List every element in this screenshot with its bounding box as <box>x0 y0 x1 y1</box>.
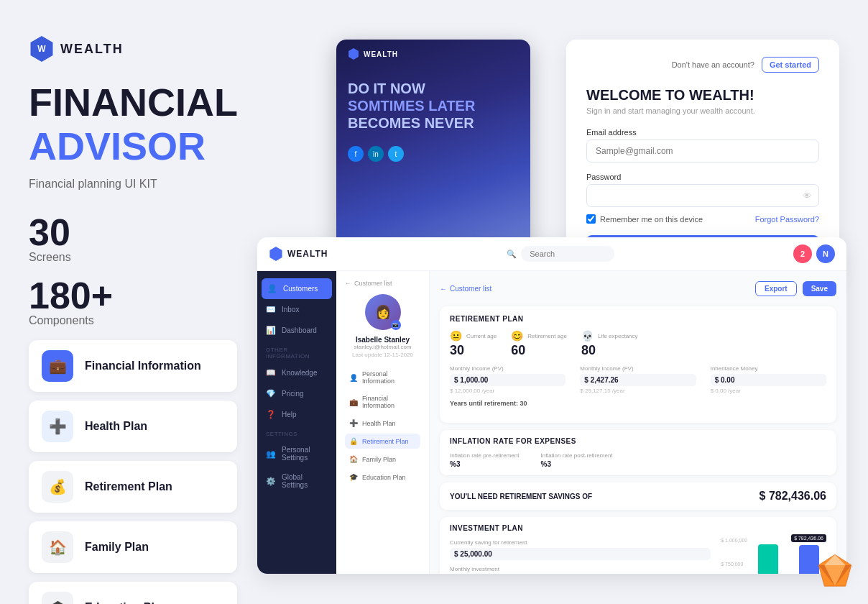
logo-row: W WEALTH <box>29 36 237 62</box>
social-icons-row: f in t <box>336 139 530 169</box>
inflation-post-label: Inflation rate post-retirement <box>541 452 613 459</box>
dashboard-header: WEALTH 🔍 2 N <box>257 237 846 271</box>
facebook-icon[interactable]: f <box>348 146 364 162</box>
life-expectancy-col: 💀 Life expectancy 80 <box>581 330 638 358</box>
eye-icon[interactable]: 👁 <box>803 191 812 201</box>
forgot-password-link[interactable]: Forgot Password? <box>755 215 819 224</box>
components-label: Components <box>29 314 237 327</box>
remember-label[interactable]: Remember me on this device <box>586 214 703 224</box>
education-plan-label: Education Plan <box>85 601 168 604</box>
dash-search-area: 🔍 <box>507 246 614 262</box>
nav-retirement-plan[interactable]: 🔒 Retirement Plan <box>345 434 420 449</box>
search-input[interactable] <box>521 246 614 262</box>
feature-financial-information[interactable]: 💼 Financial Information <box>29 340 237 392</box>
inflation-pre-block: Inflation rate pre-retirement %3 <box>450 452 520 468</box>
knowledge-icon: 📖 <box>266 368 276 378</box>
currently-saving-label: Currently saving for retirement <box>450 539 711 546</box>
screens-label: Screens <box>29 251 237 264</box>
global-settings-label: Global Settings <box>282 473 328 489</box>
sidebar-item-global-settings[interactable]: ⚙️ Global Settings <box>257 467 336 495</box>
linkedin-icon[interactable]: in <box>368 146 384 162</box>
components-count: 180+ <box>29 277 237 314</box>
customer-avatar: 👩 📷 <box>365 294 401 330</box>
savings-banner: YOU'LL NEED RETIREMENT SAVINGS OF $ 782,… <box>440 482 836 510</box>
sidebar-item-help[interactable]: ❓ Help <box>257 404 336 425</box>
inflation-pre-label: Inflation rate pre-retirement <box>450 452 520 459</box>
logo-icon: W <box>29 36 55 62</box>
customer-nav-links: 👤 Personal Information 💼 Financial Infor… <box>345 367 420 485</box>
financial-information-icon: 💼 <box>42 350 73 382</box>
y-label-top: $ 1,000,000 <box>721 538 747 543</box>
bar-chart-area: $ 1,000,000 $ 750,000 $ 500,000 $ 640,00… <box>721 524 826 574</box>
retirement-age-label: Retirement age <box>527 333 567 339</box>
customer-date: Last update 12-11-2020 <box>345 352 420 358</box>
help-icon: ❓ <box>266 410 276 419</box>
income-pv-label: Monthly Income (PV) <box>450 365 565 372</box>
sidebar-item-inbox[interactable]: ✉️ Inbox <box>257 299 336 320</box>
auth-top-bar: Don't have an account? Get started <box>586 57 819 73</box>
nav-family-plan[interactable]: 🏠 Family Plan <box>345 452 420 467</box>
hero-title-line2: ADVISOR <box>29 126 237 167</box>
back-label[interactable]: Customer list <box>354 280 392 287</box>
health-plan-nav-icon: ➕ <box>349 419 358 427</box>
export-button[interactable]: Export <box>755 281 797 296</box>
remember-checkbox[interactable] <box>586 214 596 224</box>
save-button[interactable]: Save <box>803 281 836 296</box>
inheritance-year: $ 0.00 /year <box>711 388 826 394</box>
notification-badge[interactable]: 2 <box>793 244 812 263</box>
knowledge-label: Knowledge <box>282 369 317 377</box>
dashboard-label: Dashboard <box>282 326 317 334</box>
get-started-button[interactable]: Get started <box>762 57 819 73</box>
savings-label: YOU'LL NEED RETIREMENT SAVINGS OF <box>450 493 592 500</box>
bar-group-1: $ 640,000.00 <box>750 544 785 574</box>
twitter-icon[interactable]: t <box>388 146 404 162</box>
feature-family[interactable]: 🏠 Family Plan <box>29 521 237 573</box>
savings-amount: $ 782,436.06 <box>760 490 826 503</box>
family-plan-nav-label: Family Plan <box>362 456 396 463</box>
inheritance-value: $ 0.00 <box>711 374 826 386</box>
life-expectancy-emoji: 💀 <box>581 330 594 342</box>
income-pv-value: $ 1,000.00 <box>450 374 565 386</box>
nav-education-plan[interactable]: 🎓 Education Plan <box>345 470 420 485</box>
email-input[interactable] <box>586 139 819 163</box>
income-fv-year: $ 29,127.15 /year <box>580 388 696 394</box>
bar-2-label-top: $ 782,436.06 <box>791 534 826 542</box>
sidebar-item-dashboard[interactable]: 📊 Dashboard <box>257 320 336 341</box>
nav-personal-info[interactable]: 👤 Personal Information <box>345 367 420 388</box>
sidebar-item-personal-settings[interactable]: 👥 Personal Settings <box>257 440 336 467</box>
sketch-icon <box>816 552 854 590</box>
customer-sidebar: ← Customer list 👩 📷 Isabelle Stanley sta… <box>336 271 430 574</box>
feature-health-plan[interactable]: ➕ Health Plan <box>29 401 237 452</box>
current-age-value: 30 <box>450 343 497 358</box>
sidebar-item-customers[interactable]: 👤 Customers <box>262 278 332 299</box>
retirement-plan-nav-label: Retirement Plan <box>362 438 409 445</box>
personal-info-label: Personal Information <box>362 370 416 385</box>
login-screen-preview: WEALTH DO IT NOW SOMTIMES LATER BECOMES … <box>336 40 530 248</box>
pricing-label: Pricing <box>282 390 304 398</box>
financial-information-label: Financial Information <box>85 360 201 372</box>
screens-count: 30 <box>29 214 237 251</box>
user-avatar[interactable]: N <box>816 244 835 263</box>
dashboard-sidebar: 👤 Customers ✉️ Inbox 📊 Dashboard Other i… <box>257 271 336 574</box>
settings-label: Settings <box>257 425 336 440</box>
back-to-customer-list[interactable]: ← Customer list <box>440 285 491 293</box>
inbox-label: Inbox <box>282 306 299 314</box>
feature-education-plan[interactable]: 🎓 Education Plan <box>29 582 237 604</box>
nav-health-plan[interactable]: ➕ Health Plan <box>345 416 420 431</box>
years-until-retirement-text: Years until retirement: 30 <box>450 400 826 407</box>
content-top-bar: ← Customer list Export Save <box>440 281 836 296</box>
password-input[interactable] <box>586 184 819 207</box>
feature-retirement-plan[interactable]: 💰 Retirement Plan <box>29 461 237 513</box>
headline-line1: DO IT NOW <box>348 81 425 96</box>
other-info-label: Other information <box>257 341 336 362</box>
nav-financial-info[interactable]: 💼 Financial Information <box>345 391 420 413</box>
sidebar-item-knowledge[interactable]: 📖 Knowledge <box>257 362 336 383</box>
auth-subtitle: Sign in and start managing your wealth a… <box>586 106 819 115</box>
bar-chart: $ 640,000.00 $ 782,436.06 <box>750 535 826 574</box>
sidebar-item-pricing[interactable]: 💎 Pricing <box>257 383 336 404</box>
inheritance-block: Inheritance Money $ 0.00 $ 0.00 /year <box>711 365 826 394</box>
retirement-plan-label: Retirement Plan <box>85 480 172 493</box>
customer-header: ← Customer list <box>345 280 420 287</box>
retirement-plan-icon: 💰 <box>42 471 73 503</box>
hero-title-line1: FINANCIAL <box>29 82 237 123</box>
